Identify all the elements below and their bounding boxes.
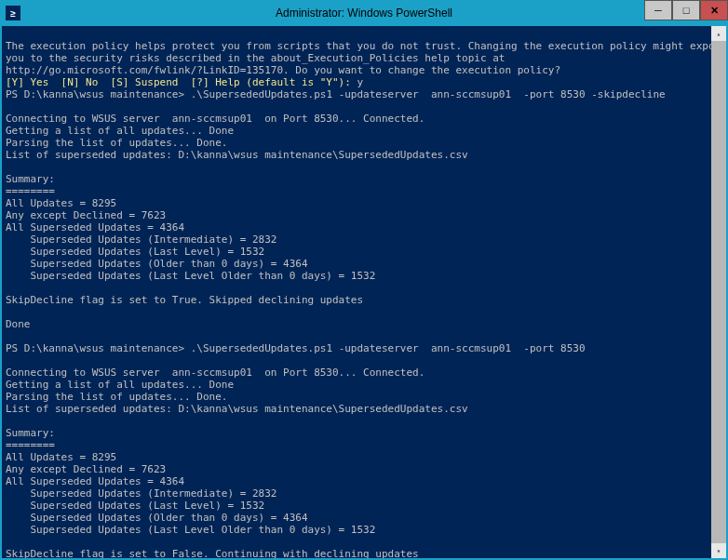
summary-header: Summary:	[6, 173, 55, 185]
summary-line: Superseded Updates (Older than 0 days) =…	[6, 512, 308, 524]
powershell-icon: ≥	[6, 6, 20, 20]
output-line: SkipDecline flag is set to True. Skipped…	[6, 294, 363, 306]
console-area[interactable]: The execution policy helps protect you f…	[0, 26, 728, 560]
minimize-button[interactable]: ─	[644, 0, 672, 20]
summary-line: Superseded Updates (Last Level Older tha…	[6, 270, 375, 282]
output-line: Parsing the list of updates... Done.	[6, 137, 227, 149]
output-line: SkipDecline flag is set to False. Contin…	[6, 548, 419, 560]
scrollbar-thumb[interactable]	[711, 41, 726, 543]
ps-prompt: PS D:\kanna\wsus maintenance>	[6, 342, 191, 354]
output-line: Getting a list of all updates... Done	[6, 379, 234, 391]
close-button[interactable]: ✕	[700, 0, 728, 20]
output-line: List of superseded updates: D:\kanna\wsu…	[6, 149, 468, 161]
output-line: Connecting to WSUS server ann-sccmsup01 …	[6, 367, 425, 379]
window-controls: ─ □ ✕	[644, 0, 728, 26]
summary-line: Superseded Updates (Older than 0 days) =…	[6, 258, 308, 270]
output-line: List of superseded updates: D:\kanna\wsu…	[6, 403, 468, 415]
output-line: you to the security risks described in t…	[6, 52, 505, 64]
user-input: y	[357, 76, 364, 88]
scrollbar-down-icon[interactable]: ▾	[711, 543, 726, 558]
summary-header: Summary:	[6, 427, 55, 439]
summary-underline: ========	[6, 185, 55, 197]
output-line: http://go.microsoft.com/fwlink/?LinkID=1…	[6, 64, 560, 76]
summary-underline: ========	[6, 439, 55, 451]
output-line: The execution policy helps protect you f…	[6, 40, 727, 52]
summary-line: Superseded Updates (Last Level) = 1532	[6, 246, 264, 258]
powershell-window: ≥ Administrator: Windows PowerShell ─ □ …	[0, 0, 728, 560]
summary-line: Superseded Updates (Last Level) = 1532	[6, 500, 264, 512]
command: .\SupersededUpdates.ps1 -updateserver an…	[191, 88, 666, 100]
summary-line: Any except Declined = 7623	[6, 463, 166, 475]
window-title: Administrator: Windows PowerShell	[276, 7, 452, 20]
summary-line: Superseded Updates (Intermediate) = 2832	[6, 487, 276, 500]
summary-line: Any except Declined = 7623	[6, 209, 166, 221]
summary-line: All Superseded Updates = 4364	[6, 475, 184, 487]
output-line: Parsing the list of updates... Done.	[6, 391, 227, 403]
maximize-button[interactable]: □	[672, 0, 700, 20]
command: .\SupersededUpdates.ps1 -updateserver an…	[191, 342, 586, 354]
output-line: Getting a list of all updates... Done	[6, 125, 234, 137]
scrollbar[interactable]: ▴ ▾	[711, 26, 726, 558]
ps-prompt: PS D:\kanna\wsus maintenance>	[6, 88, 191, 100]
prompt-choices: [Y] Yes [N] No [S] Suspend [?] Help (def…	[6, 76, 357, 88]
summary-line: All Updates = 8295	[6, 197, 116, 209]
titlebar[interactable]: ≥ Administrator: Windows PowerShell ─ □ …	[0, 0, 728, 26]
summary-line: Superseded Updates (Intermediate) = 2832	[6, 233, 276, 246]
summary-line: All Updates = 8295	[6, 451, 116, 463]
summary-line: All Superseded Updates = 4364	[6, 221, 184, 233]
output-line: Done	[6, 318, 31, 330]
summary-line: Superseded Updates (Last Level Older tha…	[6, 524, 375, 536]
scrollbar-up-icon[interactable]: ▴	[711, 26, 726, 41]
output-line: Connecting to WSUS server ann-sccmsup01 …	[6, 113, 425, 125]
